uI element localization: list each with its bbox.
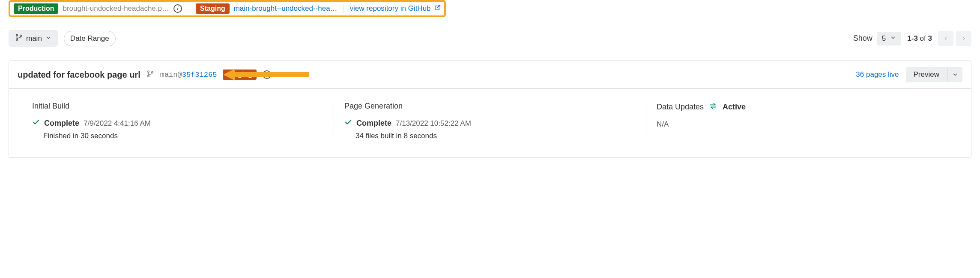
preview-button[interactable]: Preview	[906, 67, 947, 82]
production-url[interactable]: brought-undocked-headache.p…	[63, 4, 169, 13]
page-generation-column: Page Generation Complete 7/13/2022 10:52…	[334, 102, 646, 140]
view-repo-label: view repository in GitHub	[350, 4, 431, 12]
data-updates-active: Active	[723, 103, 746, 112]
show-count-value: 5	[882, 34, 886, 43]
page-generation-title: Page Generation	[344, 102, 636, 111]
check-icon	[32, 118, 40, 128]
preview-dropdown-button[interactable]	[947, 68, 962, 81]
initial-build-detail: Finished in 30 seconds	[43, 132, 323, 140]
next-page-button[interactable]	[956, 31, 971, 46]
svg-line-0	[437, 5, 440, 8]
show-label: Show	[853, 34, 872, 43]
data-updates-title: Data Updates	[657, 103, 704, 112]
commit-hash: 35f31265	[182, 71, 217, 79]
production-badge: Production	[14, 3, 58, 14]
branch-icon	[146, 70, 154, 80]
environment-bar: Production brought-undocked-headache.p… …	[9, 0, 446, 17]
page-generation-timestamp: 7/13/2022 10:52:22 AM	[396, 119, 471, 128]
initial-build-status: Complete	[44, 119, 79, 128]
pages-live-link[interactable]: 36 pages live	[856, 70, 899, 79]
page-of: of	[920, 34, 926, 42]
divider	[344, 4, 344, 13]
deploy-title: updated for facebook page url	[18, 70, 140, 80]
page-generation-status: Complete	[356, 119, 391, 128]
toolbar: main Date Range Show 5 1-3 of 3	[9, 30, 971, 47]
check-icon	[344, 118, 352, 128]
chevron-down-icon	[890, 34, 896, 43]
view-repo-link[interactable]: view repository in GitHub	[350, 4, 441, 13]
initial-build-timestamp: 7/9/2022 4:41:16 AM	[84, 119, 151, 128]
annotation-arrow	[223, 67, 309, 82]
branch-select[interactable]: main	[9, 30, 58, 47]
preview-select: Preview	[906, 67, 962, 82]
sync-icon	[708, 102, 718, 112]
show-count-select[interactable]: 5	[877, 32, 901, 45]
branch-label: main	[26, 34, 42, 43]
commit-ref[interactable]: main@35f31265	[160, 71, 217, 79]
prev-page-button[interactable]	[938, 31, 953, 46]
page-total: 3	[928, 34, 932, 42]
deploy-card-header: updated for facebook page url main@35f31…	[9, 61, 971, 89]
deploy-card-body: Initial Build Complete 7/9/2022 4:41:16 …	[9, 89, 971, 157]
chevron-down-icon	[45, 34, 51, 43]
pagination-text: 1-3 of 3	[907, 34, 932, 43]
svg-marker-7	[223, 69, 309, 81]
page-range: 1-3	[907, 34, 918, 42]
commit-branch: main	[160, 71, 178, 79]
initial-build-title: Initial Build	[32, 102, 323, 111]
date-range-label: Date Range	[70, 34, 109, 43]
deploy-card: updated for facebook page url main@35f31…	[9, 60, 971, 158]
data-updates-value: N/A	[657, 120, 948, 129]
staging-badge: Staging	[196, 3, 230, 14]
external-link-icon	[434, 4, 441, 12]
staging-url[interactable]: main-brought--undocked--hea…	[234, 4, 338, 13]
page-generation-detail: 34 files built in 8 seconds	[356, 132, 636, 140]
branch-icon	[15, 33, 23, 43]
initial-build-column: Initial Build Complete 7/9/2022 4:41:16 …	[22, 102, 334, 140]
info-icon[interactable]: i	[173, 4, 182, 13]
data-updates-column: Data Updates Active N/A	[646, 102, 958, 140]
date-range-select[interactable]: Date Range	[64, 31, 116, 46]
